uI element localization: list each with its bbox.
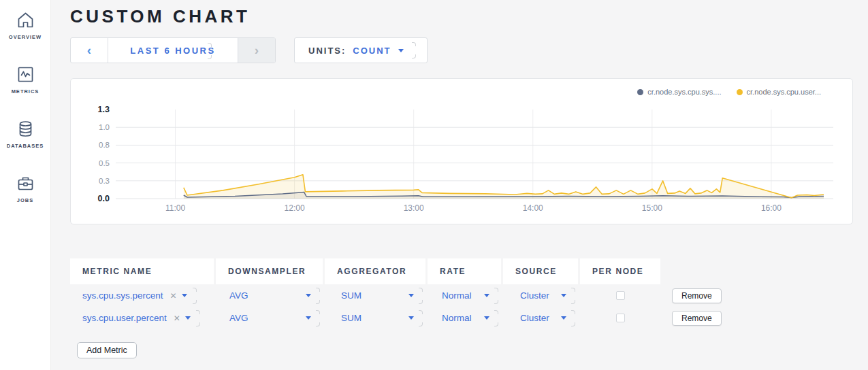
table-header: METRIC NAME DOWNSAMPLER AGGREGATOR RATE … xyxy=(70,258,722,284)
sidebar-item-databases[interactable]: DATABASES xyxy=(0,120,51,174)
clear-metric-icon[interactable]: ✕ xyxy=(174,314,180,323)
chevron-left-icon: ‹ xyxy=(87,44,91,56)
per-node-cell xyxy=(580,284,660,307)
chart-legend: cr.node.sys.cpu.sys.... cr.node.sys.cpu.… xyxy=(637,88,821,96)
svg-text:16:00: 16:00 xyxy=(761,203,782,213)
caret-down-icon xyxy=(408,316,414,320)
sidebar-item-overview[interactable]: OVERVIEW xyxy=(0,11,51,65)
table-row: sys.cpu.sys.percent ✕ AVG SUM Normal Clu… xyxy=(70,284,722,307)
svg-text:12:00: 12:00 xyxy=(285,203,305,213)
sidebar: OVERVIEW METRICS DATABASES xyxy=(0,0,51,370)
time-next-button[interactable]: › xyxy=(238,38,275,63)
units-value: COUNT xyxy=(353,46,391,56)
sidebar-item-metrics[interactable]: METRICS xyxy=(0,65,51,120)
col-header-per-node: PER NODE xyxy=(580,258,660,284)
caret-down-icon xyxy=(306,294,311,297)
per-node-cell xyxy=(580,307,660,329)
remove-metric-button[interactable]: Remove xyxy=(672,288,722,303)
metrics-icon xyxy=(16,65,35,84)
rate-value: Normal xyxy=(442,290,472,301)
caret-down-icon xyxy=(185,316,191,320)
jobs-icon xyxy=(16,174,35,192)
caret-down-icon xyxy=(306,316,311,320)
legend-dot-icon xyxy=(637,89,643,95)
units-dropdown[interactable]: UNITS: COUNT xyxy=(294,37,428,63)
rate-select[interactable]: Normal xyxy=(428,307,501,329)
svg-text:0.5: 0.5 xyxy=(99,159,110,167)
rate-select[interactable]: Normal xyxy=(428,284,501,307)
col-header-rate: RATE xyxy=(428,258,501,284)
svg-text:11:00: 11:00 xyxy=(165,203,185,213)
aggregator-select[interactable]: SUM xyxy=(325,284,425,307)
remove-metric-button[interactable]: Remove xyxy=(672,311,722,326)
per-node-checkbox[interactable] xyxy=(616,314,625,322)
aggregator-value: SUM xyxy=(341,290,361,301)
caret-down-icon xyxy=(561,294,566,297)
sidebar-item-label: METRICS xyxy=(12,88,39,95)
source-select[interactable]: Cluster xyxy=(503,284,578,307)
legend-label: cr.node.sys.cpu.sys.... xyxy=(647,88,721,96)
svg-text:1.0: 1.0 xyxy=(99,123,110,131)
source-select[interactable]: Cluster xyxy=(503,307,578,329)
downsampler-select[interactable]: AVG xyxy=(216,284,323,307)
dropdown-corner-decoration xyxy=(571,288,575,304)
chart-panel: cr.node.sys.cpu.sys.... cr.node.sys.cpu.… xyxy=(70,78,853,224)
metric-name-select[interactable]: sys.cpu.user.percent ✕ xyxy=(70,307,214,329)
add-metric-button[interactable]: Add Metric xyxy=(77,342,137,358)
controls-row: ‹ LAST 6 HOURS › UNITS: COUNT xyxy=(70,37,428,63)
legend-item[interactable]: cr.node.sys.cpu.user... xyxy=(737,88,821,96)
source-value: Cluster xyxy=(520,313,549,323)
dropdown-corner-decoration xyxy=(412,42,416,58)
metric-name-select[interactable]: sys.cpu.sys.percent ✕ xyxy=(70,284,214,307)
dropdown-corner-decoration xyxy=(316,288,320,304)
svg-text:14:00: 14:00 xyxy=(523,203,543,213)
databases-icon xyxy=(16,120,35,138)
dropdown-corner-decoration xyxy=(571,310,575,326)
home-icon xyxy=(16,11,35,29)
dropdown-corner-decoration xyxy=(196,310,200,326)
legend-label: cr.node.sys.cpu.user... xyxy=(747,88,821,96)
dropdown-corner-decoration xyxy=(419,310,423,326)
sidebar-item-label: OVERVIEW xyxy=(9,34,42,40)
svg-text:0.0: 0.0 xyxy=(98,194,110,203)
downsampler-select[interactable]: AVG xyxy=(216,307,323,329)
dropdown-corner-decoration xyxy=(419,288,423,304)
sidebar-item-jobs[interactable]: JOBS xyxy=(0,174,51,229)
dropdown-corner-decoration xyxy=(193,288,197,304)
table-row: sys.cpu.user.percent ✕ AVG SUM Normal Cl… xyxy=(70,307,722,329)
caret-down-icon xyxy=(398,49,404,52)
aggregator-select[interactable]: SUM xyxy=(325,307,425,329)
col-header-aggregator: AGGREGATOR xyxy=(325,258,425,284)
sidebar-item-label: JOBS xyxy=(17,197,33,203)
clear-metric-icon[interactable]: ✕ xyxy=(170,291,177,301)
svg-text:1.3: 1.3 xyxy=(98,105,110,114)
chevron-right-icon: › xyxy=(255,44,259,56)
metric-name-value: sys.cpu.sys.percent xyxy=(82,290,163,301)
svg-text:0.3: 0.3 xyxy=(99,177,110,185)
dropdown-corner-decoration xyxy=(316,310,320,326)
svg-text:0.8: 0.8 xyxy=(99,141,110,149)
rate-value: Normal xyxy=(442,313,472,323)
dropdown-corner-decoration xyxy=(494,310,498,326)
time-prev-button[interactable]: ‹ xyxy=(71,38,108,63)
downsampler-value: AVG xyxy=(229,313,248,323)
per-node-checkbox[interactable] xyxy=(616,291,625,300)
legend-item[interactable]: cr.node.sys.cpu.sys.... xyxy=(637,88,721,96)
main-content: CUSTOM CHART ‹ LAST 6 HOURS › UNITS: COU… xyxy=(51,0,868,370)
time-range-label: LAST 6 HOURS xyxy=(130,46,215,56)
caret-down-icon xyxy=(408,294,414,297)
metrics-table: METRIC NAME DOWNSAMPLER AGGREGATOR RATE … xyxy=(70,258,722,329)
caret-down-icon xyxy=(182,294,187,297)
downsampler-value: AVG xyxy=(229,290,248,301)
metric-name-value: sys.cpu.user.percent xyxy=(82,313,167,323)
col-header-metric-name: METRIC NAME xyxy=(70,258,214,284)
svg-text:13:00: 13:00 xyxy=(404,203,424,213)
legend-dot-icon xyxy=(737,89,743,95)
caret-down-icon xyxy=(484,316,489,320)
units-label: UNITS: xyxy=(308,46,346,56)
dropdown-corner-decoration xyxy=(208,43,212,59)
col-header-source: SOURCE xyxy=(503,258,578,284)
time-range-dropdown[interactable]: LAST 6 HOURS xyxy=(108,38,238,63)
col-header-downsampler: DOWNSAMPLER xyxy=(216,258,323,284)
time-window-selector: ‹ LAST 6 HOURS › xyxy=(70,37,276,63)
